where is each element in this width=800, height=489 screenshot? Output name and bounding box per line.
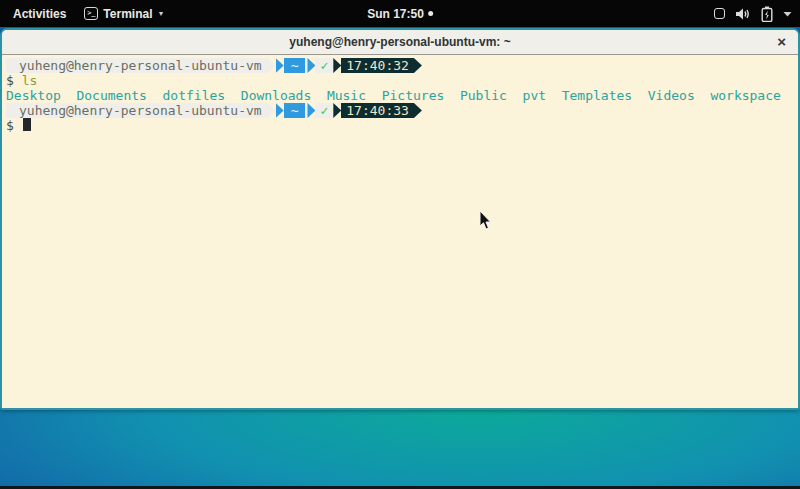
prompt-time: 17:40:33 [341, 103, 414, 118]
prompt-cwd: ~ [284, 103, 306, 118]
top-bar-left: Activities >_ Terminal ▼ [0, 5, 164, 23]
window-title: yuheng@henry-personal-ubuntu-vm: ~ [289, 35, 510, 49]
display-icon [714, 8, 725, 19]
prompt-user-segment: yuheng@henry-personal-ubuntu-vm [6, 58, 268, 73]
powerline-arrow-icon [307, 58, 315, 73]
powerline-arrow-icon [268, 103, 276, 118]
status-check-icon: ✓ [315, 103, 333, 118]
prompt-user-host: yuheng@henry-personal-ubuntu-vm [6, 103, 268, 118]
powerline-arrow-icon [276, 103, 284, 118]
clock-button[interactable]: Sun 17:50 [367, 7, 433, 21]
battery-charging-icon [761, 6, 773, 22]
gnome-top-bar: Activities >_ Terminal ▼ Sun 17:50 [0, 0, 800, 27]
powerline-arrow-icon [268, 58, 276, 73]
powerline-arrow-icon [333, 103, 341, 118]
terminal-icon: >_ [84, 7, 98, 20]
prompt-line: yuheng@henry-personal-ubuntu-vm ~ ✓ 17:4… [6, 58, 798, 73]
powerline-arrow-icon [414, 103, 422, 118]
powerline-arrow-icon [307, 103, 315, 118]
prompt-user-host: yuheng@henry-personal-ubuntu-vm [6, 58, 268, 73]
command-line: $ ls [6, 73, 798, 88]
powerline-arrow-icon [414, 58, 422, 73]
powerline-arrow-icon [333, 58, 341, 73]
prompt-time: 17:40:32 [341, 58, 414, 73]
prompt-cwd: ~ [284, 58, 306, 73]
close-button[interactable]: × [777, 32, 786, 52]
command-text: ls [22, 73, 38, 88]
directory-listing: Desktop Documents dotfiles Downloads Mus… [6, 88, 798, 103]
desktop-wallpaper [0, 408, 800, 489]
status-check-icon: ✓ [315, 58, 333, 73]
system-status-area[interactable] [714, 0, 792, 27]
chevron-down-icon [783, 11, 792, 17]
terminal-content[interactable]: yuheng@henry-personal-ubuntu-vm ~ ✓ 17:4… [2, 55, 798, 408]
activities-button[interactable]: Activities [9, 5, 70, 23]
terminal-block-cursor [23, 118, 31, 131]
powerline-arrow-icon [276, 58, 284, 73]
chevron-down-icon: ▼ [157, 10, 164, 17]
clock-label: Sun 17:50 [367, 7, 424, 21]
prompt-symbol: $ [6, 73, 14, 88]
prompt-line: yuheng@henry-personal-ubuntu-vm ~ ✓ 17:4… [6, 103, 798, 118]
directory-names: Desktop Documents dotfiles Downloads Mus… [6, 88, 781, 103]
prompt-symbol: $ [6, 118, 14, 133]
terminal-window: yuheng@henry-personal-ubuntu-vm: ~ × yuh… [0, 28, 800, 410]
window-titlebar[interactable]: yuheng@henry-personal-ubuntu-vm: ~ × [2, 30, 798, 55]
prompt-user-segment: yuheng@henry-personal-ubuntu-vm [6, 103, 268, 118]
command-line-active[interactable]: $ [6, 118, 798, 133]
notification-dot [428, 11, 433, 16]
app-menu-label: Terminal [103, 7, 152, 21]
app-menu-terminal[interactable]: >_ Terminal ▼ [84, 7, 164, 21]
volume-icon [735, 7, 751, 21]
